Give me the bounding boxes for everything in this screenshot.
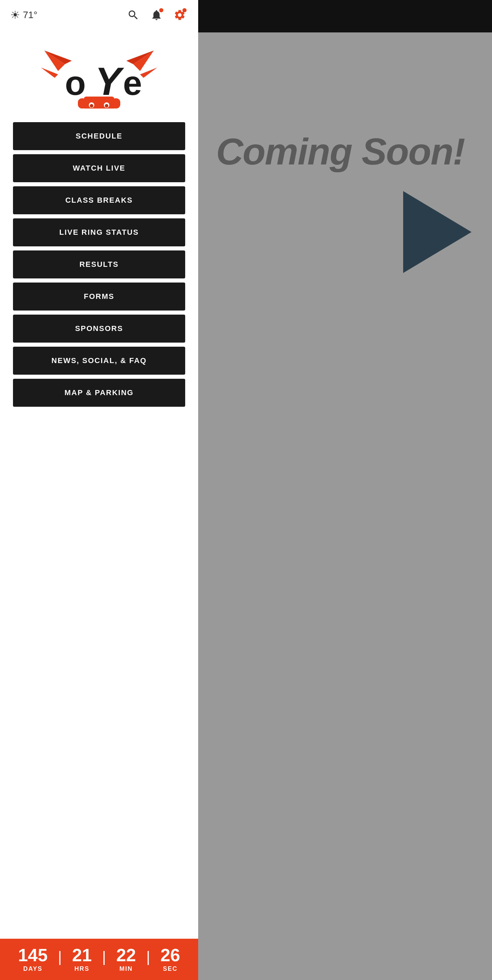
svg-point-15 bbox=[105, 104, 108, 108]
temperature-display: 71° bbox=[23, 10, 37, 21]
svg-text:o: o bbox=[65, 64, 86, 102]
settings-dot bbox=[182, 8, 187, 12]
countdown-min-value: 22 bbox=[116, 946, 136, 964]
nav-news-social-faq-button[interactable]: NEWS, SOCIAL, & FAQ bbox=[13, 347, 185, 375]
svg-point-14 bbox=[90, 104, 93, 108]
svg-rect-11 bbox=[112, 98, 120, 108]
nav-results-button[interactable]: RESULTS bbox=[13, 250, 185, 278]
left-panel: ☀ 71° bbox=[0, 0, 198, 980]
countdown-days-value: 145 bbox=[18, 946, 48, 964]
svg-text:Y: Y bbox=[95, 59, 125, 103]
countdown-days: 145 DAYS bbox=[8, 946, 58, 972]
countdown-days-label: DAYS bbox=[23, 965, 42, 972]
countdown-hrs: 21 HRS bbox=[62, 946, 102, 972]
nav-map-parking-button[interactable]: MAP & PARKING bbox=[13, 379, 185, 407]
svg-text:e: e bbox=[123, 64, 142, 102]
weather-sun-icon: ☀ bbox=[10, 8, 20, 22]
countdown-sec: 26 SEC bbox=[150, 946, 190, 972]
nav-sponsors-button[interactable]: SPONSORS bbox=[13, 315, 185, 343]
countdown-hrs-label: HRS bbox=[75, 965, 89, 972]
countdown-min: 22 MIN bbox=[106, 946, 146, 972]
countdown-sec-value: 26 bbox=[160, 946, 180, 964]
svg-rect-9 bbox=[84, 97, 115, 108]
top-icon-group bbox=[125, 7, 188, 23]
notification-button[interactable] bbox=[148, 7, 165, 23]
svg-marker-4 bbox=[41, 68, 58, 78]
countdown-divider-3: | bbox=[146, 949, 150, 970]
nav-watch-live-button[interactable]: WATCH LIVE bbox=[13, 154, 185, 182]
countdown-bar: 145 DAYS | 21 HRS | 22 MIN | 26 SEC bbox=[0, 939, 198, 980]
nav-live-ring-status-button[interactable]: LIVE RING STATUS bbox=[13, 218, 185, 247]
countdown-sec-label: SEC bbox=[163, 965, 178, 972]
svg-rect-10 bbox=[78, 98, 86, 108]
oye-logo: o Y e bbox=[38, 40, 161, 108]
notification-dot bbox=[159, 8, 163, 12]
play-arrow-icon bbox=[403, 191, 471, 273]
top-bar: ☀ 71° bbox=[0, 0, 198, 30]
logo-area: o Y e bbox=[0, 30, 198, 119]
settings-button[interactable] bbox=[171, 7, 188, 23]
search-button[interactable] bbox=[125, 7, 141, 23]
nav-menu: SCHEDULE WATCH LIVE CLASS BREAKS LIVE RI… bbox=[0, 119, 198, 410]
coming-soon-text: Coming Soon! bbox=[216, 130, 465, 173]
countdown-min-label: MIN bbox=[120, 965, 133, 972]
countdown-hrs-value: 21 bbox=[72, 946, 92, 964]
right-black-header bbox=[198, 0, 492, 32]
svg-marker-5 bbox=[140, 68, 157, 78]
nav-schedule-button[interactable]: SCHEDULE bbox=[13, 122, 185, 150]
nav-forms-button[interactable]: FORMS bbox=[13, 283, 185, 310]
nav-class-breaks-button[interactable]: CLASS BREAKS bbox=[13, 186, 185, 214]
search-icon bbox=[127, 9, 139, 21]
weather-widget: ☀ 71° bbox=[10, 8, 37, 22]
countdown-divider-1: | bbox=[58, 949, 62, 970]
countdown-divider-2: | bbox=[102, 949, 106, 970]
